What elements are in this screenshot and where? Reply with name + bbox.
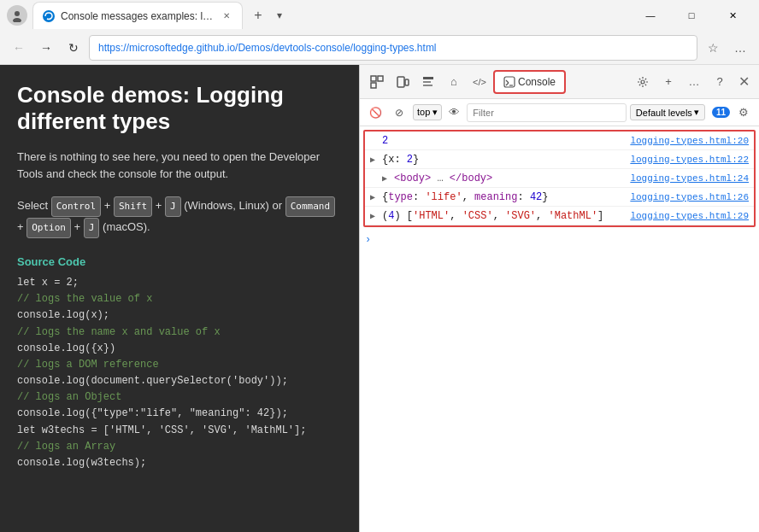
default-levels-select[interactable]: Default levels ▾ [630, 104, 705, 120]
console-context-select[interactable]: top ▾ [413, 104, 442, 120]
row1-value: 2 [382, 135, 623, 147]
console-clear-btn[interactable]: 🚫 [365, 102, 385, 123]
close-button[interactable]: ✕ [713, 0, 752, 31]
window-controls: — □ ✕ [631, 0, 752, 31]
favorites-button[interactable]: ☆ [701, 36, 725, 60]
row2-expander[interactable]: ▶ [370, 155, 382, 165]
code-line-11: // logs an Array [17, 439, 342, 455]
code-line-4: // logs the name x and value of x [17, 324, 342, 341]
devtools-console-tab[interactable]: Console [493, 70, 566, 94]
refresh-button[interactable]: ↻ [62, 36, 85, 60]
console-row-2[interactable]: ▶ {x: 2} logging-types.html:22 [365, 150, 754, 169]
svg-rect-3 [371, 76, 376, 81]
row2-file-link[interactable]: logging-types.html:22 [630, 155, 749, 165]
hint-macos: (macOS). [103, 220, 150, 233]
console-bordered-section: 2 logging-types.html:20 ▶ {x: 2} logging… [363, 130, 756, 227]
svg-rect-4 [378, 76, 383, 81]
console-row-3[interactable]: ▶ <body> … </body> logging-types.html:24 [365, 169, 754, 188]
tab-dropdown-button[interactable]: ▾ [274, 6, 285, 25]
edge-tab-icon [42, 9, 56, 23]
devtools-close-btn[interactable]: ✕ [733, 72, 754, 92]
svg-line-13 [506, 83, 509, 85]
page-title: Console demos: Logging different types [17, 82, 342, 135]
code-line-3: console.log(x); [17, 307, 342, 324]
code-line-2: // logs the value of x [17, 291, 342, 307]
svg-rect-7 [405, 79, 409, 85]
context-label: top [417, 107, 430, 117]
svg-rect-9 [423, 81, 431, 83]
console-input[interactable] [374, 234, 754, 246]
svg-rect-5 [371, 83, 376, 88]
devtools-inspect-btn[interactable] [365, 70, 389, 94]
hint-select-text: Select [17, 199, 51, 212]
back-button[interactable]: ← [7, 36, 31, 60]
page-description: There is nothing to see here, you need t… [17, 149, 342, 182]
profile-icon[interactable] [7, 5, 27, 26]
tab-close-button[interactable]: ✕ [220, 9, 233, 23]
minimize-button[interactable]: — [631, 0, 670, 31]
svg-line-12 [506, 80, 509, 83]
code-line-12: console.log(w3techs); [17, 455, 342, 471]
devtools-elements-btn[interactable] [416, 70, 440, 94]
devtools-sources-btn[interactable]: </> [468, 70, 491, 94]
url-text: https://microsoftedge.github.io/Demos/de… [98, 42, 688, 54]
console-output: 2 logging-types.html:20 ▶ {x: 2} logging… [360, 126, 759, 532]
console-prompt: › [360, 231, 759, 249]
code-line-7: console.log(document.querySelector('body… [17, 373, 342, 389]
devtools-add-btn[interactable]: + [656, 70, 680, 94]
hint-plus2: + [156, 199, 165, 212]
row5-expander[interactable]: ▶ [370, 211, 382, 221]
more-button[interactable]: … [728, 36, 752, 60]
row4-file-link[interactable]: logging-types.html:26 [630, 192, 749, 202]
row5-file-link[interactable]: logging-types.html:29 [630, 211, 749, 221]
devtools-panel: ⌂ </> Console + … ? ✕ 🚫 ⊘ top ▾ 👁 [359, 65, 759, 532]
devtools-help-btn[interactable]: ? [708, 70, 732, 94]
console-row-5[interactable]: ▶ (4) ['HTML', 'CSS', 'SVG', 'MathML'] l… [365, 207, 754, 225]
devtools-home-btn[interactable]: ⌂ [442, 70, 466, 94]
prompt-arrow: › [365, 234, 371, 246]
row4-value: {type: 'life', meaning: 42} [382, 191, 623, 203]
kbd-j2: J [84, 218, 100, 238]
code-line-9: console.log({"type":"life", "meaning": 4… [17, 406, 342, 422]
console-eye-btn[interactable]: 👁 [445, 104, 463, 120]
console-settings-btn[interactable]: ⚙ [733, 102, 754, 123]
devtools-toolbar: ⌂ </> Console + … ? ✕ [360, 65, 759, 99]
kbd-shift: Shift [114, 196, 152, 217]
code-line-10: let w3techs = ['HTML', 'CSS', 'SVG', 'Ma… [17, 423, 342, 439]
svg-point-15 [641, 80, 644, 84]
devtools-device-btn[interactable] [391, 70, 415, 94]
kbd-option: Option [26, 218, 71, 238]
forward-button[interactable]: → [34, 36, 58, 60]
active-tab[interactable]: Console messages examples: log... ✕ [32, 2, 243, 29]
devtools-settings-btn[interactable] [631, 70, 655, 94]
console-tab-label: Console [518, 76, 556, 88]
console-row-1[interactable]: 2 logging-types.html:20 [365, 132, 754, 150]
nav-actions: ☆ … [701, 36, 752, 60]
kbd-control: Control [51, 196, 101, 217]
code-line-8: // logs an Object [17, 389, 342, 406]
new-tab-button[interactable]: + [246, 3, 270, 27]
row4-expander[interactable]: ▶ [370, 192, 382, 202]
console-filter-btn[interactable]: ⊘ [389, 102, 409, 123]
svg-rect-8 [423, 77, 433, 79]
hint-plus4: + [74, 220, 84, 233]
row2-value: {x: 2} [382, 154, 623, 166]
code-line-1: let x = 2; [17, 275, 342, 291]
kbd-command: Command [285, 196, 335, 217]
code-line-5: console.log({x}) [17, 341, 342, 357]
address-bar[interactable]: https://microsoftedge.github.io/Demos/de… [89, 35, 697, 61]
console-row-4[interactable]: ▶ {type: 'life', meaning: 42} logging-ty… [365, 188, 754, 207]
nav-bar: ← → ↻ https://microsoftedge.github.io/De… [0, 31, 759, 65]
row1-file-link[interactable]: logging-types.html:20 [630, 136, 749, 146]
tab-strip: Console messages examples: log... ✕ + ▾ [32, 2, 626, 29]
row3-file-link[interactable]: logging-types.html:24 [630, 173, 749, 184]
kbd-j: J [165, 196, 181, 217]
hint-plus1: + [104, 199, 114, 212]
svg-point-1 [13, 18, 21, 22]
console-filter-input[interactable] [467, 103, 626, 122]
devtools-more-btn[interactable]: … [682, 70, 706, 94]
row3-expander[interactable]: ▶ [382, 173, 394, 184]
console-badge: 11 [712, 107, 730, 118]
context-arrow: ▾ [432, 107, 438, 117]
maximize-button[interactable]: □ [672, 0, 711, 31]
